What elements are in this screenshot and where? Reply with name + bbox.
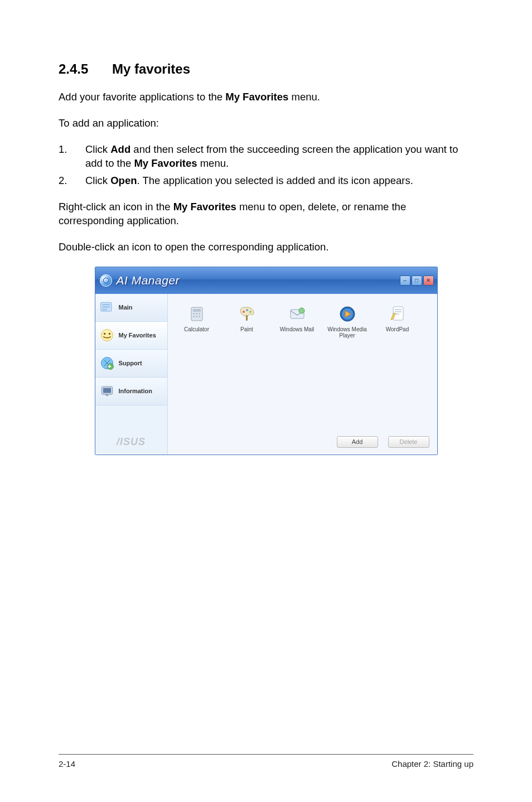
step-text: Click Add and then select from the succe… [85,143,473,171]
svg-rect-20 [199,316,200,317]
window-controls: – □ ✕ [400,276,434,286]
media-player-icon [337,304,357,324]
app-item-wordpad[interactable]: WordPad [375,304,420,339]
brand-text: /ISUS [117,436,146,448]
step-1: 1. Click Add and then select from the su… [59,143,473,171]
svg-rect-14 [193,309,201,312]
section-heading: 2.4.5My favorites [59,61,473,77]
mail-icon [287,304,307,324]
app-label: Windows Media Player [325,326,370,339]
add-button[interactable]: Add [337,436,378,448]
svg-rect-2 [102,304,110,306]
action-button-row: Add Delete [337,436,429,448]
app-label: Calculator [184,326,209,332]
section-title: My favorites [112,61,190,76]
intro-paragraph: Add your favorite applications to the My… [59,90,473,104]
page-number: 2-14 [59,759,75,769]
paint-icon [237,304,257,324]
step-number: 2. [59,174,85,188]
sidebar-item-main[interactable]: Main [95,294,167,322]
t-bold: My Favorites [134,157,197,169]
steps-list: 1. Click Add and then select from the su… [59,143,473,188]
close-button[interactable]: ✕ [423,276,434,286]
section-number: 2.4.5 [59,61,112,77]
svg-point-22 [246,309,248,311]
svg-rect-17 [199,313,200,315]
support-icon [99,355,115,371]
sidebar-item-label: Main [119,304,133,311]
page-footer: 2-14 Chapter 2: Starting up [59,754,473,769]
ai-window-title: AI Manager [117,274,180,287]
minimize-button[interactable]: – [400,276,410,286]
step-number: 1. [59,143,85,171]
ai-manager-window: AI Manager – □ ✕ Main My Fav [95,267,438,455]
main-icon [99,299,115,316]
t-bold: Add [110,143,130,155]
app-item-windows-media-player[interactable]: Windows Media Player [325,304,370,339]
svg-point-7 [108,333,110,335]
sidebar-item-support[interactable]: Support [95,350,167,378]
document-page: 2.4.5My favorites Add your favorite appl… [0,0,532,802]
calculator-icon [187,304,207,324]
sidebar-item-label: Information [119,388,153,394]
step-2: 2. Click Open. The application you selec… [59,174,473,188]
svg-point-23 [249,311,252,313]
ai-logo-icon [100,274,112,287]
svg-rect-3 [102,307,110,308]
right-click-paragraph: Right-click an icon in the My Favorites … [59,200,473,228]
svg-rect-16 [196,313,197,315]
to-add-line: To add an application: [59,117,473,131]
favorites-icon-grid: Calculator Paint Windows Mail [168,294,437,339]
svg-rect-30 [395,309,402,310]
app-item-paint[interactable]: Paint [225,304,269,339]
intro-text-after: menu. [288,91,320,103]
sidebar: Main My Favorites Support [95,294,168,455]
brand-logo: /ISUS [95,430,167,455]
svg-rect-4 [102,309,107,311]
sidebar-item-information[interactable]: Information [95,378,167,405]
app-label: Windows Mail [280,326,315,332]
app-item-windows-mail[interactable]: Windows Mail [275,304,320,339]
ai-titlebar[interactable]: AI Manager – □ ✕ [95,267,437,294]
delete-button[interactable]: Delete [388,436,429,448]
sidebar-item-label: Support [119,360,142,366]
app-label: WordPad [386,326,409,332]
favorites-content-pane: Calculator Paint Windows Mail [168,294,437,455]
t: Right-click an icon in the [59,201,173,212]
svg-rect-24 [246,315,248,321]
svg-rect-11 [103,388,111,393]
sidebar-item-label: My Favorites [119,332,156,339]
t-bold: Open [110,175,137,186]
svg-point-6 [103,333,105,335]
svg-rect-18 [193,316,195,317]
app-label: Paint [240,326,253,332]
intro-text-bold: My Favorites [225,91,288,103]
intro-text-before: Add your favorite applications to the [59,91,225,103]
favorites-icon [99,327,115,344]
app-item-calculator[interactable]: Calculator [175,304,219,339]
ai-body: Main My Favorites Support [95,294,437,455]
sidebar-spacer [95,405,167,430]
maximize-button[interactable]: □ [412,276,422,286]
svg-point-5 [101,330,113,341]
chapter-label: Chapter 2: Starting up [391,759,473,769]
sidebar-item-favorites[interactable]: My Favorites [95,322,167,350]
information-icon [99,383,115,399]
svg-rect-31 [395,311,402,312]
t: menu. [197,157,229,169]
svg-point-26 [299,308,304,313]
svg-rect-12 [105,394,108,396]
svg-point-21 [243,311,245,313]
wordpad-icon [388,304,408,324]
t: . The application you selected is added … [137,175,413,186]
t-bold: My Favorites [173,201,236,212]
double-click-paragraph: Double-click an icon to open the corresp… [59,240,473,254]
t: Click [85,175,110,186]
t: Click [85,143,110,155]
svg-rect-19 [196,316,197,317]
svg-rect-15 [193,313,195,315]
step-text: Click Open. The application you selected… [85,174,473,188]
